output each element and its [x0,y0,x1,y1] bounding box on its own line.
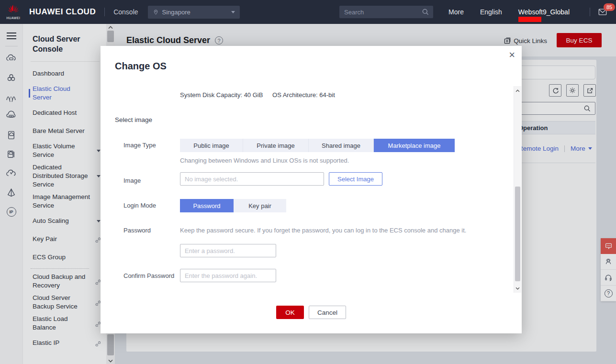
brand-title: HUAWEI CLOUD [29,7,96,17]
image-input[interactable] [180,172,324,186]
ok-button[interactable]: OK [276,306,304,319]
topbar-divider [590,8,590,16]
confirm-password-label: Confirm Password [123,272,174,279]
huawei-flower-icon [7,4,20,16]
topbar-divider [104,8,105,16]
region-selector[interactable]: Singapore [148,6,240,19]
more-menu[interactable]: More [448,8,464,16]
scrollbar-thumb[interactable] [515,187,520,281]
password-input[interactable] [180,244,276,257]
console-link[interactable]: Console [113,8,138,16]
screen: HUAWEI HUAWEI CLOUD Console Singapore Mo… [0,0,616,364]
image-type-public[interactable]: Public image [180,139,243,152]
huawei-logo[interactable]: HUAWEI [4,4,22,20]
change-os-modal: × Change OS System Disk Capacity: 40 GiB… [101,46,522,333]
username: Websoft9_Global [518,8,570,16]
scroll-down-icon[interactable] [514,285,521,292]
location-pin-icon [153,9,159,16]
mail-area: 85 [582,8,607,16]
account-menu[interactable]: Websoft9_Global [518,8,570,16]
image-label: Image [123,177,141,184]
login-mode-segmented: Password Key pair [180,199,286,212]
image-type-marketplace[interactable]: Marketplace image [374,139,455,152]
redaction-bar [518,17,541,22]
image-type-segmented: Public image Private image Shared image … [180,139,455,152]
cancel-button[interactable]: Cancel [309,306,346,319]
select-image-section-label: Select image [115,116,152,123]
topbar-right: More English Websoft9_Global 85 [339,6,607,18]
os-architecture: OS Architecture: 64-bit [272,91,335,99]
top-bar: HUAWEI HUAWEI CLOUD Console Singapore Mo… [0,0,616,24]
language-menu[interactable]: English [480,8,502,16]
confirm-password-input[interactable] [180,269,276,282]
image-type-note: Changing between Windows and Linux OSs i… [180,157,349,164]
login-mode-label: Login Mode [123,202,156,209]
login-mode-key-pair[interactable]: Key pair [234,199,286,212]
login-mode-password[interactable]: Password [180,199,234,212]
huawei-logo-text: HUAWEI [7,16,21,20]
mail-badge: 85 [604,3,615,11]
select-image-button[interactable]: Select Image [329,172,382,186]
password-label: Password [123,227,151,234]
image-type-label: Image Type [123,142,156,149]
region-caret-icon [231,11,235,13]
global-search-input[interactable] [339,6,433,18]
system-info-row: System Disk Capacity: 40 GiB OS Architec… [180,91,343,99]
region-value: Singapore [162,9,190,16]
global-search [339,6,433,18]
mail-button[interactable]: 85 [598,8,607,16]
password-note: Keep the password secure. If you forget … [180,227,466,234]
scroll-up-icon[interactable] [514,87,521,94]
modal-scrollbar [514,86,521,293]
close-icon[interactable]: × [509,50,515,60]
image-type-private[interactable]: Private image [243,139,309,152]
modal-title: Change OS [115,61,167,72]
image-type-shared[interactable]: Shared image [309,139,374,152]
search-icon[interactable] [422,8,429,16]
system-disk-capacity: System Disk Capacity: 40 GiB [180,91,263,99]
